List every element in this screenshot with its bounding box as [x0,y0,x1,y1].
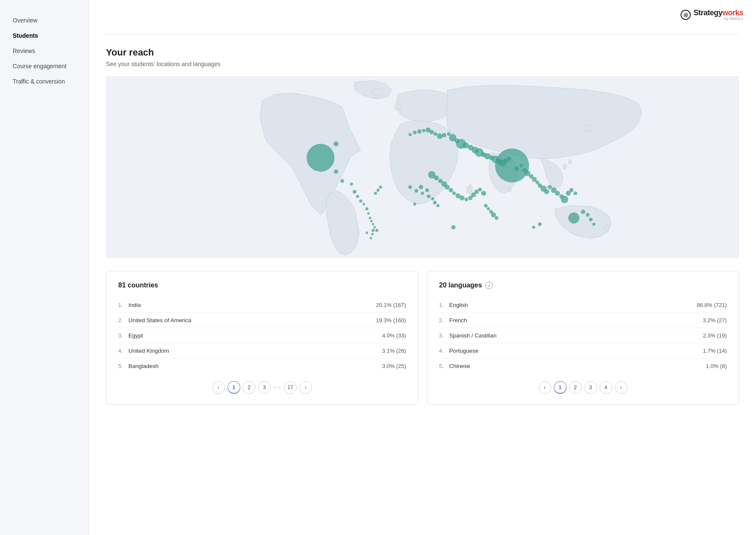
svg-point-29 [434,132,437,136]
svg-point-97 [419,185,423,189]
list-item: 3. Spanish / Castilian 2.3% (19) [439,328,727,343]
svg-point-94 [451,225,456,229]
countries-pagination: ‹123···17› [118,381,406,394]
svg-point-49 [514,167,519,171]
languages-page-button[interactable]: 3 [584,381,597,394]
languages-pagination: ‹1234› [439,381,727,394]
svg-point-13 [372,223,374,226]
countries-next-button[interactable]: › [299,381,312,394]
sidebar: OverviewStudentsReviewsCourse engagement… [0,0,89,535]
list-num: 1. [118,302,128,308]
svg-point-59 [548,185,552,189]
svg-point-80 [478,188,482,192]
list-item: 2. French 3.2% (27) [439,313,727,328]
list-value: 1.7% (14) [703,348,727,354]
svg-point-88 [581,210,585,214]
top-divider [106,34,739,34]
svg-point-0 [334,142,339,147]
countries-prev-button[interactable]: ‹ [212,381,225,394]
countries-page-dots: ··· [273,384,281,391]
svg-point-73 [452,192,456,195]
svg-point-71 [445,185,450,190]
languages-page-button[interactable]: 1 [554,381,567,394]
list-item: 4. Portuguese 1.7% (14) [439,343,727,359]
svg-point-93 [532,226,535,228]
list-num: 5. [439,363,449,369]
list-name: Bangladesh [128,363,382,369]
svg-point-48 [495,148,529,182]
countries-list: 1. India 20.1% (167)2. United States of … [118,298,406,373]
svg-point-95 [408,185,412,189]
languages-next-button[interactable]: › [615,381,628,394]
sidebar-item-students[interactable]: Students [0,28,89,43]
sidebar-item-course-engagement[interactable]: Course engagement [0,59,89,74]
countries-page-button[interactable]: 1 [228,381,240,394]
logo-strategy: Strategy [693,8,722,17]
list-item: 5. Bangladesh 3.0% (25) [118,359,406,373]
logo-text: Strategyworks [693,8,743,17]
svg-point-17 [371,233,374,235]
list-name: English [449,302,697,308]
svg-point-75 [459,195,464,201]
list-value: 86.8% (721) [697,302,727,308]
svg-point-58 [544,189,549,194]
world-map [106,76,739,258]
list-num: 2. [439,317,449,323]
countries-card-title: 81 countries [118,281,406,289]
svg-point-22 [379,186,382,189]
list-num: 4. [439,348,449,354]
svg-point-20 [374,192,377,195]
svg-point-83 [487,207,490,210]
svg-point-26 [422,129,425,132]
languages-page-button[interactable]: 4 [600,381,612,394]
list-item: 5. Chinese 1.0% (8) [439,359,727,373]
svg-point-2 [334,170,338,174]
sidebar-item-traffic-conversion[interactable]: Traffic & conversion [0,74,89,89]
svg-point-1 [307,144,335,172]
svg-point-98 [421,192,424,195]
logo-sub: by INNOLV [693,17,743,21]
countries-page-button[interactable]: 3 [258,381,271,394]
svg-point-15 [372,229,375,232]
list-value: 3.2% (27) [703,317,727,323]
list-num: 4. [118,348,128,354]
languages-card-title: 20 languages i [439,281,727,289]
svg-point-5 [353,190,356,194]
languages-card: 20 languages i 1. English 86.8% (721)2. … [427,271,739,404]
list-name: Portuguese [449,348,703,354]
list-name: Spanish / Castilian [449,332,703,339]
logo-icon: ◎ [681,10,691,20]
svg-point-79 [474,189,478,194]
countries-last-page-button[interactable]: 17 [284,381,297,394]
svg-point-6 [356,195,359,198]
svg-point-30 [437,134,442,139]
list-item: 4. United Kingdom 3.1% (26) [118,343,406,359]
svg-point-50 [520,164,523,167]
list-num: 2. [118,317,128,323]
svg-point-104 [413,203,416,206]
svg-point-91 [592,223,595,226]
sidebar-item-reviews[interactable]: Reviews [0,43,89,59]
svg-point-87 [568,212,579,223]
list-name: United Kingdom [128,348,382,354]
sidebar-item-overview[interactable]: Overview [0,13,89,28]
svg-point-54 [532,177,537,182]
svg-point-103 [436,204,439,207]
page-title: Your reach [106,47,739,58]
countries-page-button[interactable]: 2 [243,381,256,394]
list-name: French [449,317,703,323]
languages-list: 1. English 86.8% (721)2. French 3.2% (27… [439,298,727,373]
svg-point-31 [442,133,446,137]
list-num: 5. [118,363,128,369]
logo-works: works [722,8,743,17]
languages-page-button[interactable]: 2 [569,381,582,394]
svg-point-8 [363,203,365,206]
list-value: 20.1% (167) [376,302,406,308]
svg-point-25 [417,129,422,134]
languages-prev-button[interactable]: ‹ [539,381,551,394]
bottom-cards-row: 81 countries 1. India 20.1% (167)2. Unit… [106,271,739,404]
svg-point-11 [369,217,371,219]
svg-point-28 [430,130,434,134]
list-name: Chinese [449,363,706,369]
languages-info-icon[interactable]: i [485,281,493,289]
